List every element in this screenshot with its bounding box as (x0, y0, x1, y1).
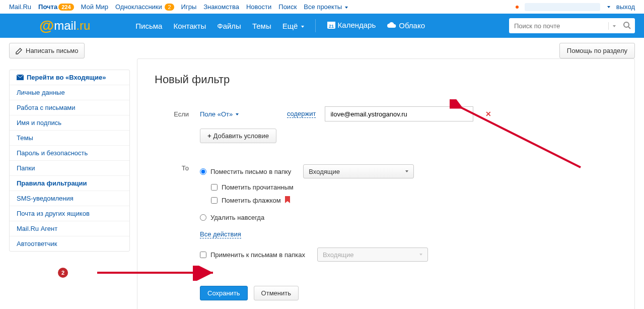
apply-folder-value: Входящие (323, 251, 354, 259)
action-delete-radio[interactable] (200, 214, 206, 221)
mail-badge: 224 (58, 4, 74, 11)
sidebar-item-agent[interactable]: Mail.Ru Агент (10, 221, 129, 236)
svg-text:21: 21 (329, 24, 334, 29)
sidebar-item-messages[interactable]: Работа с письмами (10, 100, 129, 115)
ok-badge: 2 (165, 4, 174, 11)
nav-calendar-label: Календарь (338, 21, 376, 29)
sidebar-item-autoresp[interactable]: Автоответчик (10, 236, 129, 251)
filter-form: Новый фильтр Если Поле «От» содержит ✕ +… (137, 58, 635, 309)
mark-flag-checkbox[interactable] (211, 197, 218, 204)
portal-link-ok-label: Одноклассники (115, 3, 162, 11)
plus-icon: + (207, 132, 211, 140)
nav-files[interactable]: Файлы (217, 22, 241, 30)
action-move-radio[interactable] (200, 168, 206, 175)
condition-operator[interactable]: содержит (287, 110, 316, 118)
add-condition-label: Добавить условие (213, 132, 269, 140)
sidebar-item-filters[interactable]: Правила фильтрации (10, 175, 129, 191)
user-chevron-down-icon[interactable] (607, 6, 610, 8)
nav-cloud-label: Облако (399, 21, 425, 30)
logo-ru: .ru (76, 19, 90, 33)
nav-themes[interactable]: Темы (252, 22, 271, 30)
condition-value-input[interactable] (325, 106, 473, 121)
mark-flag-label: Пометить флажком (222, 197, 281, 204)
portal-link-mailru[interactable]: Mail.Ru (9, 3, 31, 11)
all-actions-link[interactable]: Все действия (200, 230, 241, 238)
nav-contacts[interactable]: Контакты (173, 22, 206, 30)
portal-link-mymir[interactable]: Мой Мир (81, 3, 108, 11)
compose-label: Написать письмо (26, 47, 78, 54)
search-box (509, 18, 635, 33)
logo-text: mail (54, 19, 76, 33)
action-move-label: Поместить письмо в папку (210, 168, 291, 175)
chevron-down-icon (345, 7, 348, 9)
flag-icon (285, 196, 290, 205)
target-folder-select[interactable]: Входящие (303, 164, 414, 178)
search-button[interactable] (619, 21, 635, 31)
mark-read-label: Пометить прочитанным (222, 183, 294, 191)
if-label: Если (155, 110, 200, 118)
settings-sidebar: Перейти во «Входящие» Личные данные Рабо… (9, 70, 130, 252)
portal-link-mail[interactable]: Почта224 (38, 3, 74, 11)
svg-line-4 (628, 27, 630, 29)
search-scope-dropdown[interactable] (608, 22, 619, 30)
chevron-down-icon (419, 254, 422, 256)
portal-link-ok[interactable]: Одноклассники 2 (115, 3, 174, 11)
sidebar-item-security[interactable]: Пароль и безопасность (10, 145, 129, 160)
portal-link-news[interactable]: Новости (246, 3, 271, 11)
chevron-down-icon (613, 25, 616, 27)
status-dot-icon (516, 6, 519, 9)
then-label: То (155, 164, 200, 172)
portal-link-dating[interactable]: Знакомства (203, 3, 239, 11)
logo[interactable]: @mail.ru (39, 17, 90, 34)
nav-separator (315, 19, 316, 32)
chevron-down-icon (301, 26, 304, 28)
cloud-icon (387, 22, 397, 30)
portal-link-mail-label: Почта (38, 3, 57, 11)
compose-button[interactable]: Написать письмо (9, 43, 85, 58)
cancel-button[interactable]: Отменить (254, 286, 299, 300)
add-condition-button[interactable]: +Добавить условие (200, 129, 276, 143)
nav-cloud[interactable]: Облако (387, 21, 425, 31)
sidebar-item-personal[interactable]: Личные данные (10, 85, 129, 100)
sidebar-item-label: Перейти во «Входящие» (27, 74, 106, 81)
help-button[interactable]: Помощь по разделу (559, 43, 635, 58)
calendar-icon: 21 (327, 21, 336, 31)
sidebar-item-sms[interactable]: SMS-уведомления (10, 191, 129, 206)
target-folder-value: Входящие (309, 168, 340, 175)
search-icon (623, 21, 631, 29)
action-delete-label: Удалить навсегда (210, 214, 264, 221)
remove-condition-button[interactable]: ✕ (485, 110, 491, 118)
sidebar-item-folders[interactable]: Папки (10, 160, 129, 175)
save-button[interactable]: Сохранить (200, 286, 248, 300)
nav-more[interactable]: Ещё (282, 22, 304, 30)
portal-link-search[interactable]: Поиск (278, 3, 297, 11)
apply-folders-label: Применить к письмам в папках (210, 251, 305, 259)
condition-field-select[interactable]: Поле «От» (200, 110, 239, 118)
apply-folders-checkbox[interactable] (200, 252, 206, 258)
search-input[interactable] (509, 22, 608, 30)
nav-more-label: Ещё (282, 22, 298, 30)
page-title: Новый фильтр (155, 73, 617, 86)
chevron-down-icon (405, 170, 408, 172)
portal-link-allprojects[interactable]: Все проекты (304, 3, 348, 11)
sidebar-item-external[interactable]: Почта из других ящиков (10, 206, 129, 221)
logout-link[interactable]: выход (616, 3, 635, 11)
mark-read-checkbox[interactable] (211, 184, 218, 191)
nav-letters[interactable]: Письма (135, 22, 162, 30)
portal-link-games[interactable]: Игры (181, 3, 197, 11)
sidebar-item-themes[interactable]: Темы (10, 130, 129, 145)
annotation-badge-2: 2 (58, 268, 68, 278)
apply-folder-select: Входящие (317, 248, 428, 262)
user-dropdown[interactable] (525, 3, 600, 11)
sidebar-item-inbox[interactable]: Перейти во «Входящие» (10, 70, 129, 85)
logo-at-icon: @ (39, 17, 54, 34)
condition-field-label: Поле «От» (200, 110, 233, 118)
svg-point-3 (624, 22, 629, 27)
nav-calendar[interactable]: 21 Календарь (327, 21, 376, 31)
compose-icon (16, 47, 23, 54)
portal-link-allprojects-label: Все проекты (304, 3, 342, 11)
chevron-down-icon (236, 113, 239, 115)
sidebar-item-name-sign[interactable]: Имя и подпись (10, 115, 129, 130)
envelope-icon (17, 75, 24, 80)
